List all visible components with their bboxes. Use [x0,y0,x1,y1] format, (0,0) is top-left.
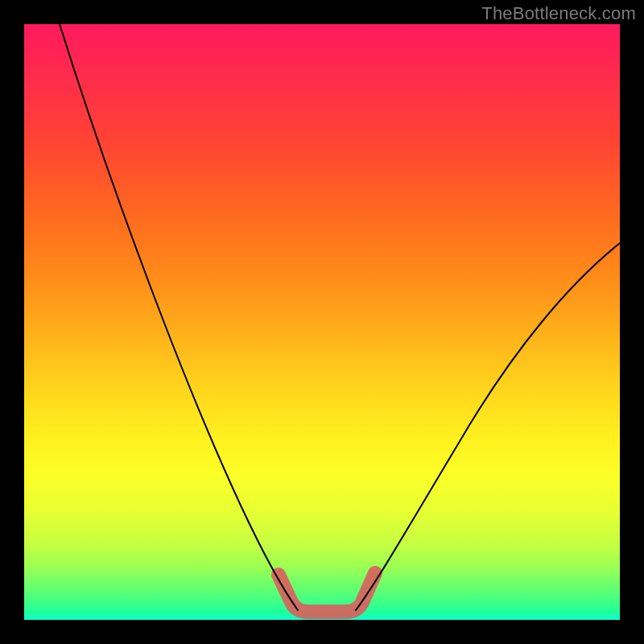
watermark-text: TheBottleneck.com [481,3,636,24]
left-branch-curve [60,24,298,610]
bottom-highlight [279,573,375,612]
plot-area [24,24,620,620]
right-branch-curve [356,243,620,610]
chart-frame: TheBottleneck.com [0,0,644,644]
curve-layer [24,24,620,620]
